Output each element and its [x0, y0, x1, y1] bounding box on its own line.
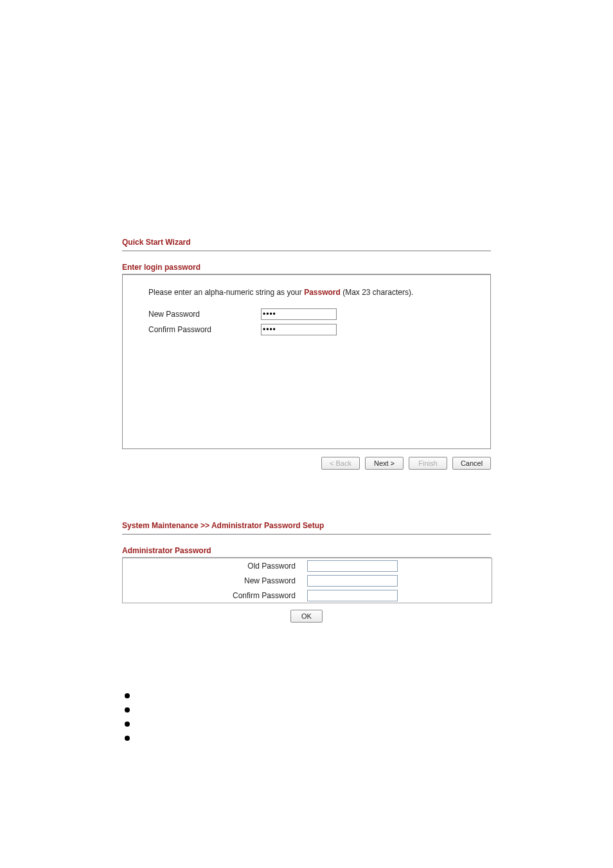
admin-confirm-password-label: Confirm Password: [123, 591, 307, 600]
divider: [122, 251, 491, 251]
admin-confirm-password-input[interactable]: [307, 590, 398, 601]
admin-new-password-input[interactable]: [307, 575, 398, 587]
bullet-icon: [125, 707, 130, 713]
bullet-icon: [125, 722, 130, 727]
admin-section-title: Administrator Password: [122, 546, 491, 555]
admin-new-password-row: New Password: [123, 573, 492, 588]
admin-form-box: Old Password New Password Confirm Passwo…: [122, 558, 492, 603]
bullet-item: [122, 693, 491, 698]
cancel-button[interactable]: Cancel: [452, 457, 491, 470]
divider: [122, 534, 491, 535]
bullet-item: [122, 736, 491, 741]
wizard-form-box: Please enter an alpha-numeric string as …: [122, 274, 491, 449]
admin-new-password-label: New Password: [123, 576, 307, 585]
confirm-password-input[interactable]: [261, 324, 337, 335]
finish-button: Finish: [409, 457, 447, 470]
wizard-button-bar: < Back Next > Finish Cancel: [122, 457, 491, 470]
wizard-subtitle: Enter login password: [122, 263, 491, 272]
confirm-password-label: Confirm Password: [148, 325, 261, 334]
new-password-label: New Password: [148, 310, 261, 319]
next-button[interactable]: Next >: [365, 457, 404, 470]
admin-confirm-password-row: Confirm Password: [123, 588, 492, 603]
old-password-row: Old Password: [123, 558, 492, 573]
quick-start-wizard: Quick Start Wizard Enter login password …: [122, 238, 491, 470]
old-password-label: Old Password: [123, 562, 307, 571]
bullet-list: [122, 693, 491, 741]
new-password-row: New Password: [148, 308, 465, 320]
wizard-title: Quick Start Wizard: [122, 238, 491, 247]
instruction-bold: Password: [304, 288, 341, 297]
admin-breadcrumb: System Maintenance >> Administrator Pass…: [122, 521, 491, 530]
ok-button-row: OK: [122, 610, 491, 623]
bullet-item: [122, 707, 491, 713]
wizard-instruction: Please enter an alpha-numeric string as …: [148, 288, 465, 297]
bullet-item: [122, 722, 491, 727]
instruction-pre: Please enter an alpha-numeric string as …: [148, 288, 304, 297]
instruction-post: (Max 23 characters).: [342, 288, 413, 297]
new-password-input[interactable]: [261, 308, 337, 320]
ok-button[interactable]: OK: [290, 610, 323, 623]
back-button: < Back: [321, 457, 360, 470]
confirm-password-row: Confirm Password: [148, 324, 465, 335]
old-password-input[interactable]: [307, 560, 398, 572]
admin-password-setup: System Maintenance >> Administrator Pass…: [122, 521, 491, 623]
bullet-icon: [125, 736, 130, 741]
bullet-icon: [125, 693, 130, 698]
